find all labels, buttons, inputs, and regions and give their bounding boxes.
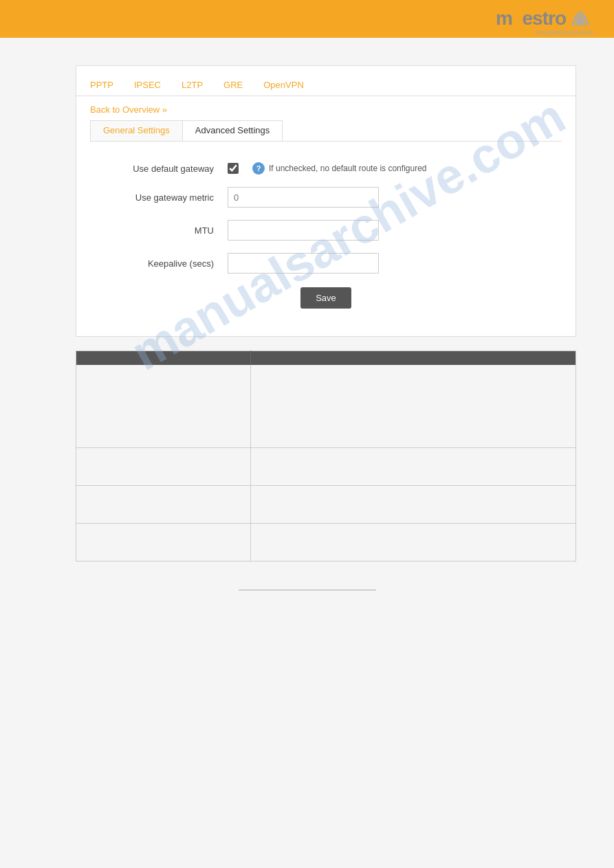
label-keepalive: Keepalive (secs) [90, 258, 228, 269]
settings-panel: PPTP IPSEC L2TP GRE OpenVPN Back to Over… [76, 65, 576, 337]
logo-signal-icon [567, 5, 593, 32]
table-cell [76, 447, 251, 485]
table-cell [251, 365, 576, 447]
form-area: Use default gateway ? If unchecked, no d… [76, 155, 575, 336]
data-table [76, 350, 576, 561]
footer-line [239, 590, 376, 590]
table-row [76, 485, 576, 523]
input-keepalive[interactable] [228, 253, 379, 274]
logo-tagline: empowering wireless [496, 29, 593, 36]
info-icon: ? [252, 162, 265, 175]
tab-pptp[interactable]: PPTP [90, 80, 113, 96]
checkbox-default-gateway[interactable] [228, 163, 239, 174]
table-cell [76, 365, 251, 447]
form-row-gateway-metric: Use gateway metric [90, 187, 562, 208]
table-cell [251, 523, 576, 561]
table-row [76, 447, 576, 485]
tab-general-settings[interactable]: General Settings [91, 121, 183, 141]
settings-tabs: General Settings Advanced Settings [90, 120, 283, 141]
lower-table-section [76, 350, 576, 561]
logo-area: maestro empowering wireless [496, 5, 593, 36]
tab-ipsec[interactable]: IPSEC [134, 80, 161, 96]
label-mtu: MTU [90, 225, 228, 236]
table-cell [251, 485, 576, 523]
input-gateway-metric[interactable] [228, 187, 379, 208]
nav-tabs: PPTP IPSEC L2TP GRE OpenVPN [76, 66, 575, 96]
table-row [76, 523, 576, 561]
save-button[interactable]: Save [300, 287, 351, 309]
label-gateway-metric: Use gateway metric [90, 192, 228, 203]
table-cell [76, 485, 251, 523]
logo-text: maestro [496, 8, 566, 30]
form-row-keepalive: Keepalive (secs) [90, 253, 562, 274]
tab-l2tp[interactable]: L2TP [182, 80, 203, 96]
label-default-gateway: Use default gateway [90, 164, 228, 174]
table-row [76, 365, 576, 447]
tab-separator [90, 141, 562, 142]
input-mtu[interactable] [228, 220, 379, 241]
table-header-col1 [76, 351, 251, 366]
tab-openvpn[interactable]: OpenVPN [263, 80, 304, 96]
table-cell [251, 447, 576, 485]
table-header-col2 [251, 351, 576, 366]
header-bar: maestro empowering wireless [0, 0, 614, 38]
save-button-row: Save [90, 287, 562, 322]
form-row-default-gateway: Use default gateway ? If unchecked, no d… [90, 162, 562, 175]
footer [0, 582, 614, 606]
hint-default-gateway-text: If unchecked, no default route is config… [269, 164, 426, 173]
back-to-overview-link[interactable]: Back to Overview » [76, 96, 575, 120]
hint-default-gateway: ? If unchecked, no default route is conf… [252, 162, 426, 175]
tab-advanced-settings[interactable]: Advanced Settings [183, 121, 282, 141]
table-cell [76, 523, 251, 561]
tab-gre[interactable]: GRE [223, 80, 243, 96]
form-row-mtu: MTU [90, 220, 562, 241]
